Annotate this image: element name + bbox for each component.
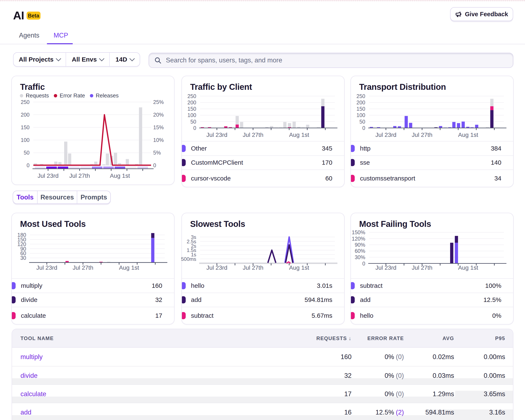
svg-text:150: 150: [356, 106, 365, 112]
svg-text:250: 250: [21, 99, 29, 105]
svg-text:200: 200: [21, 112, 29, 118]
svg-text:30%: 30%: [355, 254, 365, 260]
svg-text:Aug 1st: Aug 1st: [458, 265, 478, 271]
svg-text:Aug 1st: Aug 1st: [289, 132, 309, 138]
svg-text:Jul 27th: Jul 27th: [243, 265, 263, 271]
svg-text:0: 0: [153, 162, 156, 168]
svg-text:150%: 150%: [352, 229, 365, 235]
svg-text:Aug 1st: Aug 1st: [119, 265, 139, 271]
svg-text:Jul 23rd: Jul 23rd: [36, 265, 57, 271]
svg-text:Aug 1st: Aug 1st: [458, 132, 478, 138]
svg-text:90%: 90%: [355, 242, 365, 248]
svg-text:Jul 27th: Jul 27th: [412, 132, 432, 138]
svg-text:Jul 23rd: Jul 23rd: [206, 265, 227, 271]
svg-text:100: 100: [21, 137, 29, 143]
svg-text:Jul 23rd: Jul 23rd: [206, 132, 227, 138]
svg-text:0: 0: [362, 125, 365, 131]
svg-text:20%: 20%: [153, 112, 164, 118]
svg-text:Jul 27th: Jul 27th: [412, 265, 432, 271]
svg-text:Jul 27th: Jul 27th: [73, 265, 93, 271]
svg-text:25%: 25%: [153, 99, 164, 105]
svg-text:Aug 1st: Aug 1st: [110, 173, 130, 179]
svg-text:Jul 23rd: Jul 23rd: [375, 132, 396, 138]
svg-text:0: 0: [27, 162, 29, 168]
svg-text:10%: 10%: [153, 137, 164, 143]
svg-text:50: 50: [24, 150, 29, 155]
svg-text:0: 0: [362, 261, 365, 266]
svg-text:200: 200: [356, 100, 365, 105]
svg-text:30: 30: [20, 255, 26, 261]
svg-text:0: 0: [193, 125, 196, 131]
svg-text:Aug 1st: Aug 1st: [289, 265, 309, 271]
svg-text:Jul 23rd: Jul 23rd: [375, 265, 396, 271]
svg-text:Jul 27th: Jul 27th: [69, 173, 90, 179]
svg-text:100: 100: [188, 112, 196, 118]
svg-text:50: 50: [190, 119, 196, 125]
svg-text:50: 50: [359, 119, 365, 125]
svg-text:60%: 60%: [355, 248, 365, 254]
svg-text:5%: 5%: [153, 150, 161, 155]
svg-text:Jul 27th: Jul 27th: [243, 132, 263, 138]
svg-text:120%: 120%: [352, 236, 365, 242]
svg-text:150: 150: [188, 106, 196, 112]
svg-text:Jul 23rd: Jul 23rd: [38, 173, 59, 179]
svg-text:15%: 15%: [153, 124, 164, 130]
svg-text:500ms: 500ms: [181, 256, 196, 262]
svg-text:250: 250: [188, 93, 196, 99]
svg-text:100: 100: [356, 112, 365, 118]
svg-text:150: 150: [21, 124, 29, 130]
svg-text:200: 200: [188, 100, 196, 105]
svg-text:250: 250: [356, 93, 365, 99]
